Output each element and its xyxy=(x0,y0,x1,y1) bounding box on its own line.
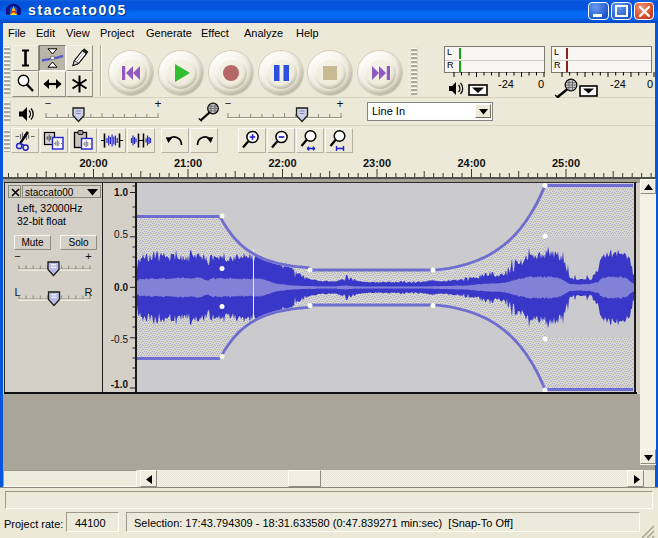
svg-text:0.5: 0.5 xyxy=(114,229,128,240)
svg-text:−: − xyxy=(14,253,20,262)
svg-text:L: L xyxy=(14,286,20,298)
svg-text:+: + xyxy=(336,98,343,111)
svg-text:0: 0 xyxy=(538,78,544,90)
svg-text:0.0: 0.0 xyxy=(114,282,128,293)
svg-text:-24: -24 xyxy=(610,78,626,90)
svg-text:R: R xyxy=(85,286,93,298)
svg-text:+: + xyxy=(85,253,91,262)
svg-text:−: − xyxy=(45,98,51,109)
svg-text:−: − xyxy=(225,98,231,109)
svg-text:-0.5: -0.5 xyxy=(111,334,129,345)
svg-text:-24: -24 xyxy=(498,78,514,90)
svg-text:1.0: 1.0 xyxy=(114,187,128,198)
svg-text:-1.0: -1.0 xyxy=(111,379,129,390)
svg-text:+: + xyxy=(154,98,161,111)
svg-text:0: 0 xyxy=(647,78,653,90)
